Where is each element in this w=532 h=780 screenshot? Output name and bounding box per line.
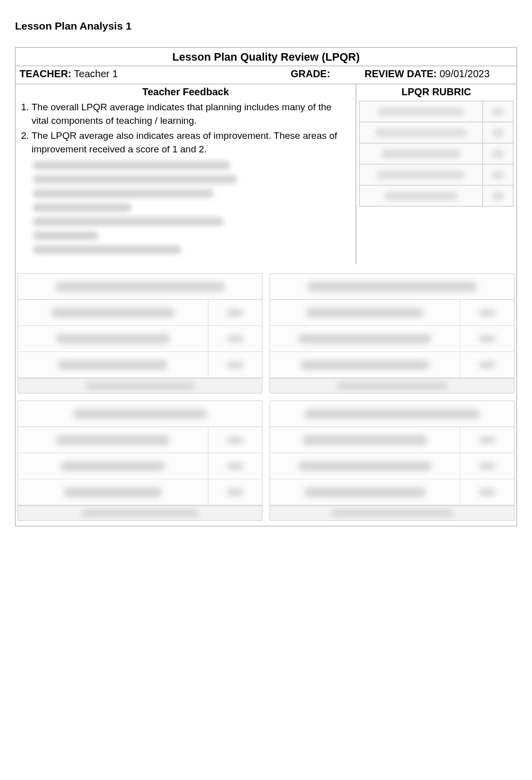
lower-panels — [16, 273, 516, 526]
panel-row — [18, 300, 262, 326]
rubric-label-cell — [360, 143, 483, 164]
panel-block — [18, 273, 262, 394]
rubric-score-cell — [482, 185, 513, 207]
panel-footer — [270, 378, 514, 393]
panel-row-label — [270, 427, 460, 453]
rubric-table — [359, 101, 513, 207]
panel-row-score — [460, 326, 514, 351]
panel-row — [270, 352, 514, 378]
rubric-col: LPQR RUBRIC — [356, 84, 516, 264]
blurred-text — [33, 161, 230, 170]
panel-row-score — [208, 326, 262, 351]
feedback-item: The LPQR average also indicates areas of… — [32, 129, 351, 156]
rubric-score-cell — [482, 164, 513, 185]
panel-header — [18, 274, 262, 300]
blurred-text — [33, 231, 99, 240]
panel-row-score — [460, 427, 514, 453]
panel-block — [270, 401, 514, 521]
blurred-text — [33, 217, 224, 226]
rubric-row — [360, 101, 513, 122]
rubric-score-cell — [482, 143, 513, 164]
panel-footer — [18, 378, 262, 393]
panel-row — [18, 352, 262, 378]
panel-row-score — [460, 300, 514, 325]
blurred-text — [33, 189, 214, 198]
panel-row — [270, 326, 514, 352]
page-title: Lesson Plan Analysis 1 — [15, 20, 517, 32]
blurred-text — [33, 245, 181, 254]
panel-row — [18, 453, 262, 479]
feedback-rubric-row: Teacher Feedback The overall LPQR averag… — [16, 84, 516, 264]
panel-row — [18, 427, 262, 453]
feedback-item: The overall LPQR average indicates that … — [32, 101, 351, 127]
panel-row-score — [460, 453, 514, 479]
rubric-row — [360, 185, 513, 207]
panel-row-label — [270, 326, 460, 351]
panel-row-score — [460, 352, 514, 377]
review-date-label: REVIEW DATE: — [365, 68, 437, 79]
panel-row-label — [18, 352, 208, 377]
panel-row-score — [208, 300, 262, 325]
panel-row — [18, 326, 262, 352]
rubric-label-cell — [360, 101, 483, 122]
rubric-score-cell — [482, 122, 513, 143]
rubric-label-cell — [360, 122, 483, 143]
panel-header — [18, 401, 262, 427]
meta-row: TEACHER: Teacher 1 GRADE: REVIEW DATE: 0… — [16, 66, 516, 84]
feedback-list: The overall LPQR average indicates that … — [21, 101, 351, 156]
panel-row — [18, 479, 262, 505]
panel-row-score — [208, 427, 262, 453]
rubric-label-cell — [360, 185, 483, 207]
rubric-label-cell — [360, 164, 483, 185]
panel-row-score — [460, 479, 514, 505]
panel-row-score — [208, 453, 262, 479]
panel-header — [270, 274, 514, 300]
teacher-feedback-col: Teacher Feedback The overall LPQR averag… — [16, 84, 356, 264]
panel-row-label — [270, 453, 460, 479]
panel-row-label — [18, 427, 208, 453]
panel-row-label — [18, 300, 208, 325]
panel-row-label — [18, 326, 208, 351]
review-header: Lesson Plan Quality Review (LPQR) — [172, 51, 360, 63]
panel-row — [270, 479, 514, 505]
review-date-cell: REVIEW DATE: 09/01/2023 — [365, 68, 512, 80]
panel-footer — [18, 505, 262, 520]
lpqr-container: Lesson Plan Quality Review (LPQR) TEACHE… — [15, 47, 517, 526]
panel-row-label — [18, 479, 208, 505]
rubric-header: LPQR RUBRIC — [359, 86, 513, 98]
blurred-text — [33, 203, 132, 212]
panel-header — [270, 401, 514, 427]
panel-row-label — [18, 453, 208, 479]
panel-row-label — [270, 300, 460, 325]
rubric-row — [360, 122, 513, 143]
panel-footer — [270, 505, 514, 520]
teacher-value: Teacher 1 — [74, 68, 118, 79]
rubric-row — [360, 143, 513, 164]
rubric-score-cell — [482, 101, 513, 122]
panel-block — [18, 401, 262, 521]
panel-row-score — [208, 479, 262, 505]
panel-block — [270, 273, 514, 394]
teacher-cell: TEACHER: Teacher 1 — [20, 68, 291, 80]
panel-row — [270, 427, 514, 453]
teacher-label: TEACHER: — [20, 68, 71, 79]
grade-label: GRADE: — [291, 68, 330, 79]
panel-row-label — [270, 352, 460, 377]
panel-row-score — [208, 352, 262, 377]
panel-row — [270, 453, 514, 479]
rubric-row — [360, 164, 513, 185]
review-date-value: 09/01/2023 — [439, 68, 489, 79]
blurred-text — [33, 175, 237, 184]
panel-row-label — [270, 479, 460, 505]
feedback-header: Teacher Feedback — [21, 86, 351, 98]
review-header-row: Lesson Plan Quality Review (LPQR) — [16, 48, 516, 66]
grade-cell: GRADE: — [291, 68, 365, 80]
panel-row — [270, 300, 514, 326]
